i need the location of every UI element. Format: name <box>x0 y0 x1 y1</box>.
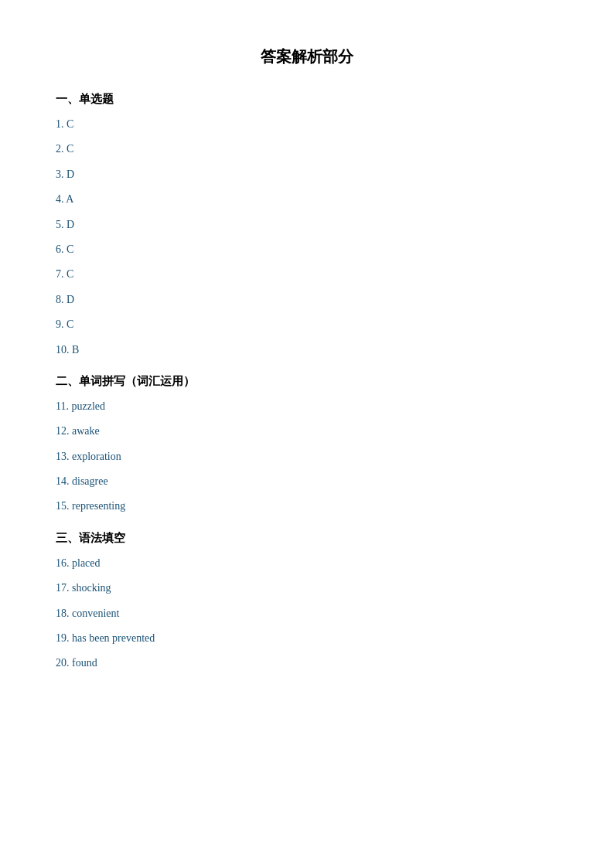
answer-item: 6. C <box>56 241 558 258</box>
page-title: 答案解析部分 <box>56 46 558 67</box>
answer-item: 7. C <box>56 266 558 283</box>
answer-item: 18. convenient <box>56 605 558 622</box>
answer-item: 13. exploration <box>56 448 558 465</box>
section-1: 一、单选题1. C2. C3. D4. A5. D6. C7. C8. D9. … <box>56 92 558 359</box>
answer-item: 16. placed <box>56 555 558 572</box>
answer-item: 15. representing <box>56 498 558 515</box>
answer-item: 1. C <box>56 116 558 133</box>
answer-item: 14. disagree <box>56 473 558 490</box>
answer-item: 11. puzzled <box>56 398 558 415</box>
section-3: 三、语法填空16. placed17. shocking18. convenie… <box>56 531 558 672</box>
answer-item: 8. D <box>56 291 558 308</box>
answer-item: 4. A <box>56 191 558 208</box>
answer-item: 10. B <box>56 342 558 359</box>
answer-item: 17. shocking <box>56 580 558 597</box>
answer-item: 12. awake <box>56 423 558 440</box>
section-heading-2: 二、单词拼写（词汇运用） <box>56 374 558 389</box>
section-heading-1: 一、单选题 <box>56 92 558 107</box>
answer-item: 19. has been prevented <box>56 630 558 647</box>
answer-item: 20. found <box>56 655 558 672</box>
section-heading-3: 三、语法填空 <box>56 531 558 546</box>
answer-item: 5. D <box>56 216 558 233</box>
answer-item: 2. C <box>56 141 558 158</box>
section-2: 二、单词拼写（词汇运用）11. puzzled12. awake13. expl… <box>56 374 558 516</box>
answer-item: 9. C <box>56 316 558 333</box>
answer-item: 3. D <box>56 166 558 183</box>
